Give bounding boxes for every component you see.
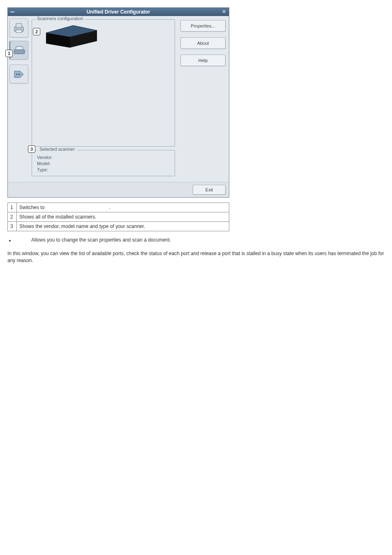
legend-num: 3 xyxy=(8,222,17,231)
port-icon xyxy=(12,67,26,81)
legend-text: Shows all of the installed scanners. xyxy=(17,212,229,222)
close-icon[interactable]: × xyxy=(221,8,227,15)
printer-icon xyxy=(12,21,26,35)
legend-text: Switches to . xyxy=(17,203,229,212)
exit-button[interactable]: Exit xyxy=(193,185,226,195)
bullet-text: Allows you to change the scan properties… xyxy=(31,237,171,243)
scanners-group-legend: Scanners configuration xyxy=(35,16,85,21)
main-area: Properties... About Help Scanners config… xyxy=(30,16,229,182)
svg-rect-1 xyxy=(16,23,22,28)
bullet-item: Allows you to change the scan properties… xyxy=(9,237,385,243)
window-body: 1 xyxy=(8,16,229,182)
bullet-icon xyxy=(9,240,11,242)
svg-rect-3 xyxy=(14,50,25,54)
selected-group-legend: Selected scanner: xyxy=(38,147,77,152)
scanner-item-icon xyxy=(44,24,97,48)
table-row: 2 Shows all of the installed scanners. xyxy=(8,212,229,222)
about-button[interactable]: About xyxy=(180,37,226,49)
side-tab-ports[interactable] xyxy=(9,64,28,83)
scanner-list[interactable] xyxy=(44,24,171,48)
svg-point-8 xyxy=(18,74,20,75)
svg-point-7 xyxy=(16,74,18,75)
selected-scanner-group: 3 Selected scanner: Vendor: Model: Type: xyxy=(32,150,175,176)
svg-rect-5 xyxy=(17,47,21,49)
configurator-window: Unified Driver Configurator × 1 xyxy=(7,7,229,198)
titlebar: Unified Driver Configurator × xyxy=(8,8,229,16)
callout-1: 1 xyxy=(5,50,13,57)
minimize-icon[interactable] xyxy=(9,9,15,15)
legend-num: 2 xyxy=(8,212,17,222)
side-tabs xyxy=(8,16,30,182)
legend-table: 1 Switches to . 2 Shows all of the insta… xyxy=(7,203,229,231)
body-paragraph: In this window, you can view the list of… xyxy=(7,250,385,265)
table-row: 1 Switches to . xyxy=(8,203,229,212)
help-button[interactable]: Help xyxy=(180,55,226,66)
scanner-icon xyxy=(12,43,26,57)
bottom-bar: Exit xyxy=(8,182,229,197)
callout-2: 2 xyxy=(33,28,40,35)
properties-button[interactable]: Properties... xyxy=(180,20,226,32)
model-label: Model: xyxy=(37,161,171,166)
table-row: 3 Shows the vendor, model name and type … xyxy=(8,222,229,231)
vendor-label: Vendor: xyxy=(37,155,171,160)
window-title: Unified Driver Configurator xyxy=(87,9,150,15)
type-label: Type: xyxy=(37,167,171,172)
legend-text: Shows the vendor, model name and type of… xyxy=(17,222,229,231)
svg-rect-2 xyxy=(16,30,22,32)
legend-num: 1 xyxy=(8,203,17,212)
scanners-configuration-group: Scanners configuration 2 xyxy=(32,19,175,147)
right-button-column: Properties... About Help xyxy=(180,20,226,66)
callout-3: 3 xyxy=(28,145,35,153)
side-tab-printers[interactable] xyxy=(9,18,28,37)
